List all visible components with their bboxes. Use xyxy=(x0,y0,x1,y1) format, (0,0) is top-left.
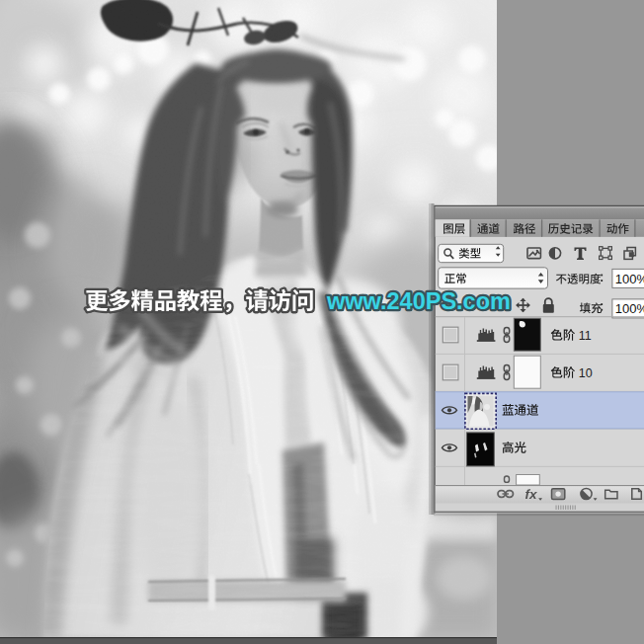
svg-text:www.240PS.com: www.240PS.com xyxy=(326,288,511,314)
